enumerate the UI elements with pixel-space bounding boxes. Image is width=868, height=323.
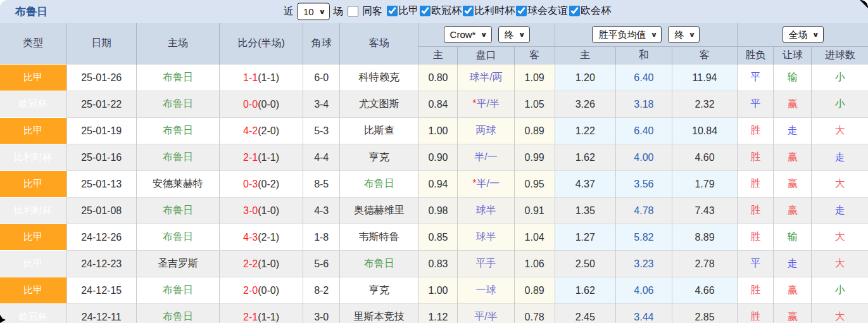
avg-odds-select[interactable]: 胜平负均值 [592,26,662,43]
match-table: 类型 日期 主场 比分(半场) 角球 客场 Crow* ∨ [0,23,868,323]
avg-draw-odds: 5.82 [615,224,672,251]
goals-outcome: 小 [812,91,868,118]
handicap-outcome: 赢 [774,91,812,118]
half-time-score: (1-0) [258,205,279,216]
league-filter-checkbox[interactable] [569,6,580,16]
crow-home-odds: 0.80 [418,65,458,91]
result-outcome: 胜 [738,198,774,224]
recent-count-select[interactable]: 10 [297,3,330,20]
score-cell: 0-3(0-2) [219,171,303,198]
result-outcome: 平 [738,91,774,118]
league-filter-label: 比甲 [398,4,418,18]
handicap-outcome: 赢 [774,198,812,224]
away-team: 尤文图斯 [340,91,418,118]
corner-score: 3-4 [303,91,340,118]
goals-outcome: 走 [812,144,868,171]
score-cell: 2-1(1-1) [219,304,303,323]
handicap-line: 半/一 [458,144,514,171]
score-cell: 0-0(0-0) [219,91,303,118]
avg-draw-odds: 3.18 [615,91,672,118]
result-outcome: 平 [738,65,774,91]
full-time-score: 2-1 [243,312,258,322]
sub-header-avg-away: 客 [672,47,737,65]
score-cell: 4-2(2-0) [219,118,303,144]
match-row: 比甲24-12-26布鲁日4-3(2-1)1-8韦斯特鲁0.85球半1.041.… [0,224,868,251]
away-team: 里斯本竞技 [340,304,418,323]
match-date: 24-12-11 [66,304,136,323]
goals-outcome: 走 [812,198,868,224]
match-date: 25-01-22 [66,91,136,118]
result-outcome: 胜 [738,144,774,171]
away-team: 布鲁日 [340,171,418,198]
avg-home-odds: 1.22 [555,118,615,144]
avg-odds-group-header: 胜平负均值 ∨ 终 ∨ [555,23,737,47]
full-match-group-header: 全场 ∨ [738,23,868,47]
match-history-panel: 布鲁日 近 10 ∨ 场 同客 比甲欧冠杯比利时杯球会友谊欧会杯 [0,0,868,323]
result-outcome: 胜 [738,304,774,323]
match-date: 25-01-26 [66,65,136,91]
handicap-line: 球半 [458,198,514,224]
half-time-score: (1-1) [258,72,279,83]
league-filter-checkbox[interactable] [420,6,431,16]
avg-home-odds: 1.20 [555,65,615,91]
league-filter-checkbox[interactable] [463,6,474,16]
league-type-badge: 比甲 [0,118,66,144]
handicap-text: 一球 [476,284,496,295]
col-header-date: 日期 [66,23,136,65]
away-team: 布鲁日 [340,251,418,277]
goals-outcome: 小 [812,65,868,91]
avg-odds-stage-select[interactable]: 终 [668,26,700,43]
avg-away-odds: 10.84 [672,118,737,144]
avg-away-odds: 2.32 [672,91,737,118]
bookmaker-select[interactable]: Crow* [444,26,492,43]
league-filter-label: 欧会杯 [581,4,611,18]
match-row: 比利时杯25-01-16布鲁日2-1(1-1)4-4亨克0.90半/一0.991… [0,144,868,171]
avg-away-odds: 4.60 [672,144,737,171]
half-time-score: (0-0) [258,99,279,110]
same-venue-checkbox[interactable] [348,6,358,17]
avg-away-odds: 1.79 [672,171,737,198]
avg-draw-odds: 6.40 [615,65,672,91]
col-header-home: 主场 [136,23,219,65]
avg-home-odds: 1.62 [555,277,615,304]
result-outcome: 胜 [738,118,774,144]
page-title: 布鲁日 [15,4,47,19]
full-match-select-wrap: 全场 ∨ [783,26,824,43]
topbar: 布鲁日 近 10 ∨ 场 同客 比甲欧冠杯比利时杯球会友谊欧会杯 [0,0,868,23]
crow-home-odds: 1.12 [418,304,458,323]
league-filter-0: 比甲 [386,4,418,18]
bookmaker-stage-select[interactable]: 终 [498,26,530,43]
avg-home-odds: 1.27 [555,224,615,251]
recent-label: 近 [284,5,294,18]
sub-header-let-goal: 让球 [774,47,812,65]
handicap-line: 平手 [458,251,514,277]
league-type-badge: 欧冠杯 [0,304,66,323]
crow-away-odds: 1.09 [514,65,555,91]
home-team: 布鲁日 [136,224,219,251]
handicap-outcome: 输 [774,65,812,91]
crow-away-odds: 0.89 [514,118,555,144]
crow-home-odds: 0.94 [418,171,458,198]
result-outcome: 平 [738,251,774,277]
full-time-score: 4-3 [243,232,258,243]
goals-outcome: 大 [812,304,868,323]
same-venue-label: 同客 [362,5,382,18]
league-filters: 比甲欧冠杯比利时杯球会友谊欧会杯 [386,4,611,19]
sub-header-crow-home: 主 [418,47,458,65]
col-header-type: 类型 [0,23,66,65]
match-date: 24-12-26 [66,224,136,251]
league-filter-checkbox[interactable] [516,6,527,16]
corner-score: 8-5 [303,171,340,198]
score-cell: 1-1(1-1) [219,65,303,91]
full-match-select[interactable]: 全场 [783,26,824,43]
score-cell: 4-3(2-1) [219,224,303,251]
result-outcome: 胜 [738,277,774,304]
avg-away-odds: 8.89 [672,224,737,251]
goals-outcome: 大 [812,171,868,198]
crow-away-odds: 0.89 [514,277,555,304]
league-type-badge: 比利时杯 [0,198,66,224]
mouse-cursor-icon [0,313,9,323]
avg-away-odds: 2.78 [672,251,737,277]
match-date: 25-01-08 [66,198,136,224]
league-filter-checkbox[interactable] [387,6,398,16]
